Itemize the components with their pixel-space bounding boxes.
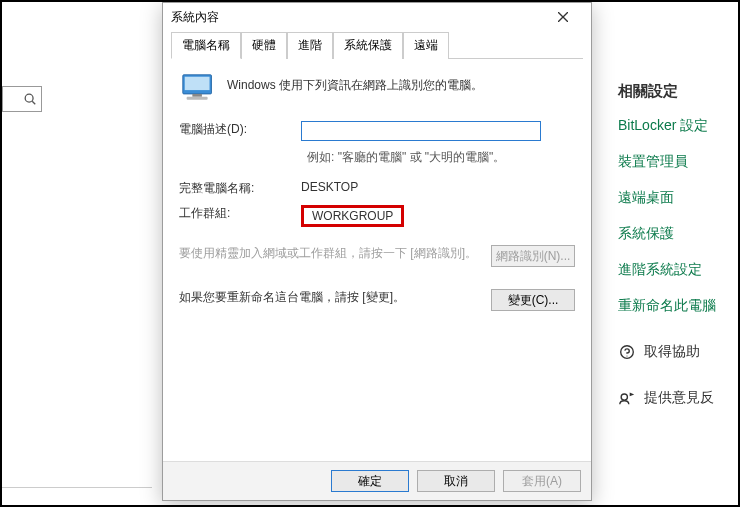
tab-remote[interactable]: 遠端 — [403, 32, 449, 59]
computer-icon — [179, 71, 221, 107]
svg-rect-10 — [187, 97, 208, 100]
tab-advanced[interactable]: 進階 — [287, 32, 333, 59]
description-label: 電腦描述(D): — [179, 121, 301, 138]
cancel-button[interactable]: 取消 — [417, 470, 495, 492]
link-system-protection[interactable]: 系統保護 — [618, 225, 738, 243]
close-icon — [558, 12, 568, 22]
ok-button[interactable]: 確定 — [331, 470, 409, 492]
tab-system-protection[interactable]: 系統保護 — [333, 32, 403, 59]
tab-computer-name[interactable]: 電腦名稱 — [171, 32, 241, 59]
svg-rect-8 — [185, 77, 210, 90]
full-computer-name-label: 完整電腦名稱: — [179, 180, 301, 197]
get-help-link[interactable]: 取得協助 — [618, 343, 738, 361]
settings-search-input[interactable] — [2, 86, 42, 112]
dialog-titlebar: 系統內容 — [163, 3, 591, 31]
change-text: 如果您要重新命名這台電腦，請按 [變更]。 — [179, 289, 491, 306]
svg-point-4 — [621, 394, 627, 400]
close-button[interactable] — [543, 5, 583, 29]
tab-pane-computer-name: Windows 使用下列資訊在網路上識別您的電腦。 電腦描述(D): 例如: "… — [163, 59, 591, 461]
search-icon — [23, 92, 37, 106]
network-id-text: 要使用精靈加入網域或工作群組，請按一下 [網路識別]。 — [179, 245, 491, 262]
description-input[interactable] — [301, 121, 541, 141]
workgroup-label: 工作群組: — [179, 205, 301, 222]
description-hint: 例如: "客廳的電腦" 或 "大明的電腦"。 — [307, 149, 575, 166]
svg-point-3 — [626, 356, 627, 357]
dialog-footer: 確定 取消 套用(A) — [163, 461, 591, 500]
link-advanced-system-settings[interactable]: 進階系統設定 — [618, 261, 738, 279]
svg-point-0 — [25, 94, 33, 102]
related-settings-panel: 相關設定 BitLocker 設定 裝置管理員 遠端桌面 系統保護 進階系統設定… — [618, 82, 738, 421]
svg-rect-9 — [192, 94, 202, 97]
related-settings-heading: 相關設定 — [618, 82, 738, 101]
tab-hardware[interactable]: 硬體 — [241, 32, 287, 59]
link-remote-desktop[interactable]: 遠端桌面 — [618, 189, 738, 207]
workgroup-value: WORKGROUP — [301, 205, 404, 227]
link-rename-pc[interactable]: 重新命名此電腦 — [618, 297, 738, 315]
intro-text: Windows 使用下列資訊在網路上識別您的電腦。 — [227, 71, 575, 94]
give-feedback-link[interactable]: 提供意見反 — [618, 389, 738, 407]
full-computer-name-value: DESKTOP — [301, 180, 575, 194]
dialog-tabs: 電腦名稱 硬體 進階 系統保護 遠端 — [171, 31, 583, 59]
apply-button: 套用(A) — [503, 470, 581, 492]
svg-line-1 — [32, 101, 35, 104]
system-properties-dialog: 系統內容 電腦名稱 硬體 進階 系統保護 遠端 Windows 使用下列資訊在網… — [162, 2, 592, 501]
get-help-label: 取得協助 — [644, 343, 700, 361]
change-button[interactable]: 變更(C)... — [491, 289, 575, 311]
link-bitlocker[interactable]: BitLocker 設定 — [618, 117, 738, 135]
give-feedback-label: 提供意見反 — [644, 389, 714, 407]
dialog-title: 系統內容 — [171, 9, 219, 26]
feedback-icon — [618, 389, 636, 407]
network-id-button: 網路識別(N)... — [491, 245, 575, 267]
link-device-manager[interactable]: 裝置管理員 — [618, 153, 738, 171]
help-icon — [618, 343, 636, 361]
divider — [2, 487, 152, 488]
